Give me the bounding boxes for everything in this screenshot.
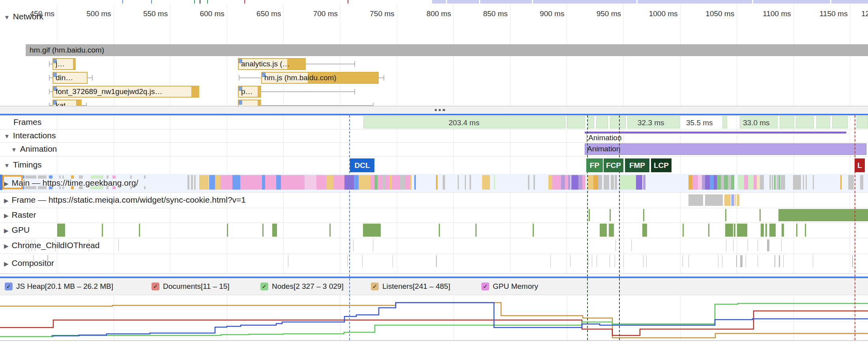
flame-segment[interactable] xyxy=(619,175,636,190)
counter-legend-item[interactable]: ✓GPU Memory xyxy=(481,282,538,291)
flame-segment[interactable] xyxy=(698,175,702,190)
gpu-activity-bar[interactable] xyxy=(765,224,767,237)
gpu-activity-bar[interactable] xyxy=(57,224,65,237)
flame-segment[interactable] xyxy=(436,175,438,190)
frames-frame-bar[interactable] xyxy=(610,116,626,128)
timing-badge-l[interactable]: L xyxy=(855,158,865,172)
frame-track-segment[interactable] xyxy=(735,194,736,206)
flame-segment[interactable] xyxy=(494,175,495,190)
gpu-activity-bar[interactable] xyxy=(363,224,381,237)
flame-segment[interactable] xyxy=(187,175,189,190)
flame-segment[interactable] xyxy=(780,175,785,190)
track-label[interactable]: ▼Timings xyxy=(4,160,42,169)
counter-checkbox[interactable]: ✓ xyxy=(481,282,489,290)
flame-segment[interactable] xyxy=(194,175,196,190)
frame-track-segment[interactable] xyxy=(688,194,703,206)
flame-segment[interactable] xyxy=(262,175,265,190)
flame-segment[interactable] xyxy=(382,175,385,190)
flame-segment[interactable] xyxy=(374,175,378,190)
network-request-bar[interactable]: din… xyxy=(52,72,88,84)
frames-frame-bar[interactable] xyxy=(722,116,727,128)
flame-segment[interactable] xyxy=(215,175,221,190)
flame-segment[interactable] xyxy=(482,175,490,190)
flame-segment[interactable] xyxy=(276,175,281,190)
flame-segment[interactable] xyxy=(604,175,609,190)
frame-track-segment[interactable] xyxy=(733,194,734,206)
expand-arrow-icon[interactable]: ▶ xyxy=(4,227,9,234)
gpu-activity-bar[interactable] xyxy=(533,224,534,237)
flame-segment[interactable] xyxy=(221,175,232,190)
raster-activity-bar[interactable] xyxy=(610,209,611,221)
flame-segment[interactable] xyxy=(470,175,471,190)
expand-arrow-icon[interactable]: ▶ xyxy=(4,212,9,219)
flame-segment[interactable] xyxy=(714,175,717,190)
track-label[interactable]: ▼Interactions xyxy=(4,131,56,140)
flame-segment[interactable] xyxy=(806,175,807,190)
flame-segment[interactable] xyxy=(615,175,617,190)
network-section-label[interactable]: ▼Network xyxy=(4,12,43,21)
frame-track-segment[interactable] xyxy=(705,194,723,206)
flame-segment[interactable] xyxy=(738,175,744,190)
flame-segment[interactable] xyxy=(265,175,276,190)
flame-segment[interactable] xyxy=(728,175,731,190)
flame-segment[interactable] xyxy=(860,175,863,190)
network-request-bar[interactable]: kat… xyxy=(52,100,82,106)
frames-frame-bar[interactable] xyxy=(857,116,868,128)
frame-track-segment[interactable] xyxy=(737,194,739,206)
raster-activity-bar[interactable] xyxy=(760,209,761,221)
flame-segment[interactable] xyxy=(611,175,614,190)
flame-segment[interactable] xyxy=(392,175,400,190)
gpu-activity-bar[interactable] xyxy=(734,224,735,237)
counter-legend-item[interactable]: ✓Nodes[2 327 – 3 029] xyxy=(260,282,344,291)
collapse-arrow-icon[interactable]: ▼ xyxy=(4,14,10,21)
counter-checkbox[interactable]: ✓ xyxy=(152,282,159,290)
gpu-activity-bar[interactable] xyxy=(475,224,477,237)
flame-segment[interactable] xyxy=(772,175,773,190)
flame-segment[interactable] xyxy=(414,175,416,190)
flame-segment[interactable] xyxy=(443,175,445,190)
flame-segment[interactable] xyxy=(305,175,316,190)
flame-segment[interactable] xyxy=(565,175,568,190)
frame-track-segment[interactable] xyxy=(731,194,733,206)
gpu-activity-bar[interactable] xyxy=(805,224,806,237)
network-request-bar[interactable]: hm.gif (hm.baidu.com) xyxy=(26,44,868,56)
flame-segment[interactable] xyxy=(316,175,326,190)
flame-segment[interactable] xyxy=(776,175,778,190)
overview-strip[interactable] xyxy=(0,0,868,4)
gpu-activity-bar[interactable] xyxy=(796,224,797,237)
flame-segment[interactable] xyxy=(598,175,602,190)
flame-segment[interactable] xyxy=(561,175,565,190)
flame-segment[interactable] xyxy=(803,175,804,190)
flame-segment[interactable] xyxy=(326,175,333,190)
gpu-activity-bar[interactable] xyxy=(139,224,140,237)
flame-segment[interactable] xyxy=(405,175,410,190)
animation-track-bar[interactable]: Animation xyxy=(585,143,866,155)
flame-segment[interactable] xyxy=(400,175,405,190)
flame-segment[interactable] xyxy=(744,175,748,190)
gpu-activity-bar[interactable] xyxy=(102,224,103,237)
flame-segment[interactable] xyxy=(793,175,801,190)
interaction-whisker-bar[interactable] xyxy=(585,132,846,134)
gpu-activity-bar[interactable] xyxy=(761,224,764,237)
timing-badge-fmp[interactable]: FMP xyxy=(625,158,649,172)
network-request-bar[interactable]: hm.js (hm.baidu.com) xyxy=(261,72,379,84)
frames-frame-bar[interactable] xyxy=(832,116,848,128)
network-request-bar[interactable]: font_372689_nw1guejwd2q.js… xyxy=(52,86,199,98)
pane-divider[interactable] xyxy=(0,106,868,114)
frames-frame-bar[interactable] xyxy=(596,116,608,128)
expand-arrow-icon[interactable]: ▼ xyxy=(11,146,17,153)
flame-segment[interactable] xyxy=(465,175,466,190)
gpu-activity-bar[interactable] xyxy=(769,224,776,237)
expand-arrow-icon[interactable]: ▼ xyxy=(4,133,10,139)
gpu-activity-bar[interactable] xyxy=(600,224,607,237)
gpu-activity-bar[interactable] xyxy=(708,224,709,237)
frames-frame-bar[interactable] xyxy=(567,116,585,128)
flame-segment[interactable] xyxy=(552,175,561,190)
gpu-activity-bar[interactable] xyxy=(642,224,647,237)
flame-segment[interactable] xyxy=(378,175,382,190)
expand-arrow-icon[interactable]: ▶ xyxy=(4,180,9,187)
flame-segment[interactable] xyxy=(593,175,598,190)
gpu-activity-bar[interactable] xyxy=(609,224,614,237)
flame-segment[interactable] xyxy=(385,175,389,190)
flame-segment[interactable] xyxy=(769,175,771,190)
